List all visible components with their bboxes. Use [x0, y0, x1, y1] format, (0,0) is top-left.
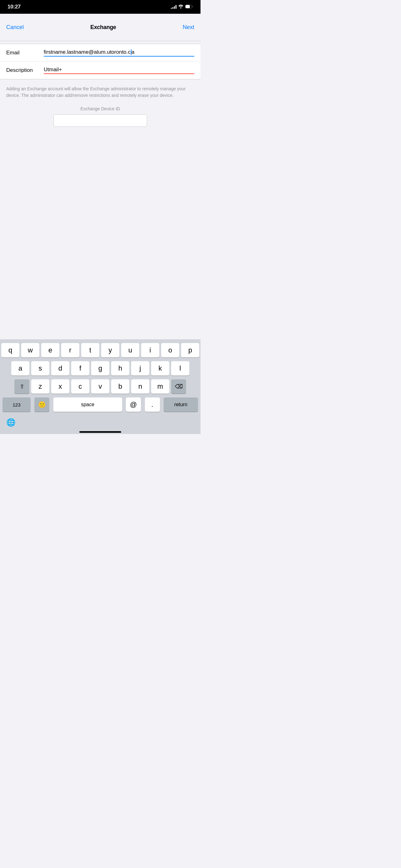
key-b[interactable]: b [111, 379, 129, 394]
device-id-input[interactable] [54, 114, 147, 127]
key-o[interactable]: o [161, 343, 179, 358]
key-z[interactable]: z [31, 379, 49, 394]
status-icons [171, 4, 193, 10]
numbers-key[interactable]: 123 [2, 398, 31, 412]
email-label: Email [6, 50, 44, 56]
status-bar: 10:27 [0, 0, 201, 14]
key-n[interactable]: n [131, 379, 149, 394]
description-value[interactable]: Utmail+ [44, 67, 62, 72]
keyboard-footer: 🌐 [1, 414, 199, 429]
cancel-button[interactable]: Cancel [6, 22, 24, 33]
key-x[interactable]: x [51, 379, 69, 394]
description-input-wrapper: Utmail+ [44, 67, 194, 74]
at-key[interactable]: @ [126, 398, 141, 412]
key-l[interactable]: l [171, 361, 189, 376]
description-label: Description [6, 67, 44, 73]
key-r[interactable]: r [61, 343, 79, 358]
globe-icon[interactable]: 🌐 [4, 415, 18, 429]
key-u[interactable]: u [121, 343, 139, 358]
key-t[interactable]: t [81, 343, 99, 358]
return-key[interactable]: return [164, 398, 198, 412]
key-v[interactable]: v [91, 379, 109, 394]
key-c[interactable]: c [71, 379, 89, 394]
keyboard-row-1: q w e r t y u i o p [1, 343, 199, 358]
battery-icon [185, 4, 193, 10]
email-input-wrapper: firstname.lastname@alum.utoronto.ca [44, 49, 194, 57]
email-value[interactable]: firstname.lastname@alum.utoronto.ca [44, 49, 135, 55]
nav-title: Exchange [90, 24, 116, 31]
signal-bars-icon [171, 5, 176, 9]
shift-key[interactable]: ⇧ [14, 379, 29, 394]
key-p[interactable]: p [181, 343, 199, 358]
svg-rect-1 [186, 5, 190, 8]
device-id-label: Exchange Device ID [80, 106, 120, 111]
info-section: Adding an Exchange account will allow th… [0, 80, 201, 99]
key-k[interactable]: k [151, 361, 169, 376]
home-indicator [79, 431, 121, 433]
email-underline [44, 56, 194, 57]
emoji-key[interactable]: 🙂 [34, 398, 49, 412]
key-h[interactable]: h [111, 361, 129, 376]
keyboard: q w e r t y u i o p a s d f g h j k l ⇧ … [0, 339, 201, 434]
space-key[interactable]: space [54, 398, 122, 412]
key-s[interactable]: s [31, 361, 49, 376]
form-section: Email firstname.lastname@alum.utoronto.c… [0, 44, 201, 80]
delete-key[interactable]: ⌫ [171, 379, 186, 394]
wifi-icon [178, 4, 183, 10]
key-w[interactable]: w [21, 343, 39, 358]
period-key[interactable]: . [145, 398, 160, 412]
keyboard-row-2: a s d f g h j k l [1, 361, 199, 376]
status-time: 10:27 [7, 4, 21, 10]
key-e[interactable]: e [41, 343, 59, 358]
keyboard-row-3: ⇧ z x c v b n m ⌫ [1, 379, 199, 394]
description-row: Description Utmail+ [0, 62, 201, 79]
description-underline [44, 73, 194, 74]
device-id-section: Exchange Device ID [0, 99, 201, 130]
key-y[interactable]: y [101, 343, 119, 358]
keyboard-bottom-row: 123 🙂 space @ . return [1, 398, 199, 412]
key-j[interactable]: j [131, 361, 149, 376]
key-m[interactable]: m [151, 379, 169, 394]
next-button[interactable]: Next [183, 22, 194, 33]
key-d[interactable]: d [51, 361, 69, 376]
key-g[interactable]: g [91, 361, 109, 376]
nav-bar: Cancel Exchange Next [0, 14, 201, 41]
key-i[interactable]: i [141, 343, 159, 358]
info-text: Adding an Exchange account will allow th… [6, 86, 194, 99]
email-row: Email firstname.lastname@alum.utoronto.c… [0, 44, 201, 62]
key-a[interactable]: a [11, 361, 29, 376]
key-f[interactable]: f [71, 361, 89, 376]
key-q[interactable]: q [1, 343, 20, 358]
